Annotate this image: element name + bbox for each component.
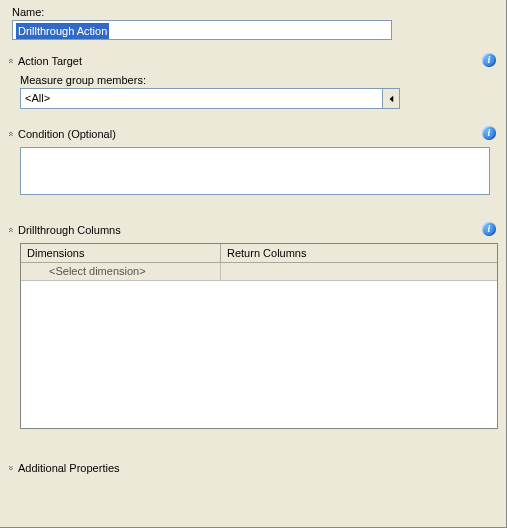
grid-body: <Select dimension> <box>21 263 497 428</box>
chevron-up-icon: « <box>6 129 16 139</box>
column-header-dimensions[interactable]: Dimensions <box>21 244 221 262</box>
section-header-action-target[interactable]: « Action Target i <box>2 50 504 72</box>
grid-header-row: Dimensions Return Columns <box>21 244 497 263</box>
dropdown-button[interactable] <box>382 89 399 108</box>
chevron-up-icon: « <box>6 56 16 66</box>
info-icon[interactable]: i <box>482 126 496 140</box>
table-row[interactable]: <Select dimension> <box>21 263 497 281</box>
section-body-action-target: Measure group members: <All> <box>2 72 504 115</box>
section-body-condition <box>2 145 504 203</box>
measure-group-select[interactable]: <All> <box>20 88 400 109</box>
section-title-action-target: Action Target <box>18 55 82 67</box>
section-title-additional: Additional Properties <box>18 462 120 474</box>
section-header-additional[interactable]: » Additional Properties <box>2 457 504 479</box>
condition-input[interactable] <box>20 147 490 195</box>
section-title-condition: Condition (Optional) <box>18 128 116 140</box>
name-input[interactable]: Drillthrough Action <box>12 20 392 40</box>
properties-panel: Name: Drillthrough Action « Action Targe… <box>0 0 507 528</box>
chevron-up-icon: « <box>6 225 16 235</box>
chevron-down-icon <box>389 95 393 102</box>
name-input-value: Drillthrough Action <box>16 23 109 39</box>
info-icon[interactable]: i <box>482 53 496 67</box>
section-header-drill-columns[interactable]: « Drillthrough Columns i <box>2 219 504 241</box>
return-columns-cell[interactable] <box>221 263 497 281</box>
name-label: Name: <box>12 6 498 18</box>
name-field: Name: Drillthrough Action <box>2 2 504 42</box>
column-header-return-columns[interactable]: Return Columns <box>221 244 497 262</box>
drill-columns-grid: Dimensions Return Columns <Select dimens… <box>20 243 498 429</box>
measure-group-value: <All> <box>21 89 382 108</box>
chevron-down-icon: » <box>6 463 16 473</box>
section-body-drill-columns: Dimensions Return Columns <Select dimens… <box>2 241 504 435</box>
section-title-drill-columns: Drillthrough Columns <box>18 224 121 236</box>
measure-group-label: Measure group members: <box>20 74 494 86</box>
info-icon[interactable]: i <box>482 222 496 236</box>
dimension-cell[interactable]: <Select dimension> <box>21 263 221 281</box>
section-header-condition[interactable]: « Condition (Optional) i <box>2 123 504 145</box>
svg-marker-0 <box>389 95 393 102</box>
